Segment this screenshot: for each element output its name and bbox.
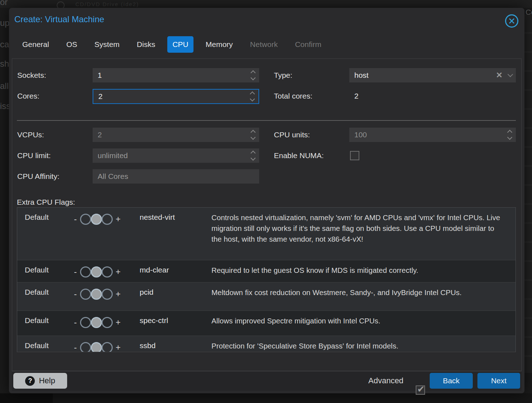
flag-state: Default xyxy=(25,265,74,282)
advanced-label: Advanced xyxy=(368,373,403,389)
slider-default-dot[interactable] xyxy=(91,289,102,300)
cpu-affinity-label: CPU Affinity: xyxy=(17,169,60,184)
cores-field[interactable]: 2 xyxy=(93,89,259,104)
cpu-units-label: CPU units: xyxy=(274,128,310,142)
minus-icon[interactable]: - xyxy=(74,267,77,277)
flag-tristate-slider[interactable]: - + xyxy=(74,212,140,226)
flag-row-ssbd: Default - + ssbd Protection for 'Specula… xyxy=(17,336,515,351)
flag-name: nested-virt xyxy=(140,212,211,260)
plus-icon[interactable]: + xyxy=(116,317,121,327)
clear-icon[interactable]: ✕ xyxy=(496,71,503,79)
type-label: Type: xyxy=(274,68,292,82)
vcpus-value: 2 xyxy=(98,131,102,139)
flag-state: Default xyxy=(25,316,74,336)
slider-default-dot[interactable] xyxy=(91,317,102,328)
next-button[interactable]: Next xyxy=(477,373,520,389)
enable-numa-checkbox[interactable] xyxy=(350,151,359,160)
tab-system[interactable]: System xyxy=(89,36,125,53)
type-combobox[interactable]: host ✕ xyxy=(349,68,516,82)
background-fragment: or xyxy=(0,0,8,7)
tab-disks[interactable]: Disks xyxy=(132,36,160,53)
spin-down-icon[interactable] xyxy=(251,75,256,80)
plus-icon[interactable]: + xyxy=(116,267,121,277)
flag-state: Default xyxy=(25,212,74,260)
cpu-limit-placeholder: unlimited xyxy=(98,151,128,160)
slider-off-dot[interactable] xyxy=(80,289,91,300)
tab-memory[interactable]: Memory xyxy=(201,36,238,53)
tab-cpu[interactable]: CPU xyxy=(167,36,193,53)
cpu-limit-field[interactable]: unlimited xyxy=(93,148,259,163)
spin-down-icon xyxy=(507,135,512,140)
tab-confirm: Confirm xyxy=(290,36,327,53)
cores-label: Cores: xyxy=(17,89,39,103)
extra-cpu-flags-label: Extra CPU Flags: xyxy=(17,198,75,207)
section-divider xyxy=(17,120,516,121)
cpu-limit-spinner[interactable] xyxy=(251,151,255,160)
background-bottom xyxy=(0,393,532,403)
flag-description: Allows improved Spectre mitigation with … xyxy=(211,316,508,336)
cores-spinner[interactable] xyxy=(251,92,254,101)
flag-state: Default xyxy=(25,341,74,352)
slider-default-dot[interactable] xyxy=(91,214,102,225)
background-drive-text: CD/DVD Drive (ide2) xyxy=(75,1,139,7)
background-right-fragment: Co xyxy=(526,8,532,16)
slider-off-dot[interactable] xyxy=(80,317,91,328)
flag-tristate-slider[interactable]: - + xyxy=(74,316,140,329)
tab-general[interactable]: General xyxy=(17,36,54,53)
slider-on-dot[interactable] xyxy=(102,266,113,278)
back-button[interactable]: Back xyxy=(430,373,473,389)
slider-on-dot[interactable] xyxy=(102,289,113,300)
plus-icon[interactable]: + xyxy=(116,289,121,299)
flag-tristate-slider[interactable]: - + xyxy=(74,287,140,301)
minus-icon[interactable]: - xyxy=(74,317,77,327)
total-cores-value: 2 xyxy=(354,89,359,103)
advanced-checkbox[interactable] xyxy=(416,385,425,395)
minus-icon[interactable]: - xyxy=(74,289,77,299)
slider-off-dot[interactable] xyxy=(80,342,91,352)
sockets-field[interactable]: 1 xyxy=(93,68,259,82)
spin-up-icon[interactable] xyxy=(251,70,256,75)
spin-down-icon xyxy=(251,135,256,140)
total-cores-label: Total cores: xyxy=(274,89,312,103)
spin-down-icon[interactable] xyxy=(251,156,256,161)
minus-icon[interactable]: - xyxy=(74,342,77,352)
background-fragment: ca xyxy=(0,39,9,49)
slider-off-dot[interactable] xyxy=(80,266,91,278)
spin-up-icon[interactable] xyxy=(250,91,255,96)
tab-network: Network xyxy=(245,36,283,53)
slider-default-dot[interactable] xyxy=(91,342,102,352)
plus-icon[interactable]: + xyxy=(116,342,121,352)
help-button[interactable]: ? Help xyxy=(13,373,67,389)
close-icon[interactable] xyxy=(505,14,518,28)
wizard-tabs: General OS System Disks CPU Memory Netwo… xyxy=(17,36,326,53)
background-bottom-panel xyxy=(0,393,53,403)
sockets-value: 1 xyxy=(98,71,102,79)
cpu-units-spinner xyxy=(508,131,512,139)
slider-off-dot[interactable] xyxy=(80,214,91,225)
flag-tristate-slider[interactable]: - + xyxy=(74,265,140,279)
background-table-rows xyxy=(524,14,532,373)
chevron-down-icon[interactable] xyxy=(508,72,513,77)
slider-on-dot[interactable] xyxy=(102,342,113,352)
cpu-units-field: 100 xyxy=(349,128,516,142)
flag-row-md-clear: Default - + md-clear Required to let the… xyxy=(17,260,515,283)
screen: CD/DVD Drive (ide2) Co or up ca sh all i… xyxy=(0,0,532,403)
vcpus-spinner xyxy=(251,131,255,139)
flag-name: spec-ctrl xyxy=(140,316,211,336)
slider-default-dot[interactable] xyxy=(91,266,102,278)
spin-up-icon[interactable] xyxy=(251,151,256,156)
sockets-spinner[interactable] xyxy=(251,71,255,80)
minus-icon[interactable]: - xyxy=(74,214,77,224)
flag-tristate-slider[interactable]: - + xyxy=(74,341,140,352)
slider-on-dot[interactable] xyxy=(102,214,113,225)
cpu-affinity-field[interactable]: All Cores xyxy=(93,169,259,184)
tab-os[interactable]: OS xyxy=(61,36,82,53)
background-fragment: up xyxy=(0,18,10,28)
plus-icon[interactable]: + xyxy=(116,214,121,224)
slider-on-dot[interactable] xyxy=(102,317,113,328)
spin-up-icon xyxy=(251,130,256,135)
flag-description: Protection for 'Speculative Store Bypass… xyxy=(211,341,508,352)
sockets-label: Sockets: xyxy=(17,68,46,82)
flag-row-spec-ctrl: Default - + spec-ctrl Allows improved Sp… xyxy=(17,311,515,336)
spin-down-icon[interactable] xyxy=(250,96,255,101)
